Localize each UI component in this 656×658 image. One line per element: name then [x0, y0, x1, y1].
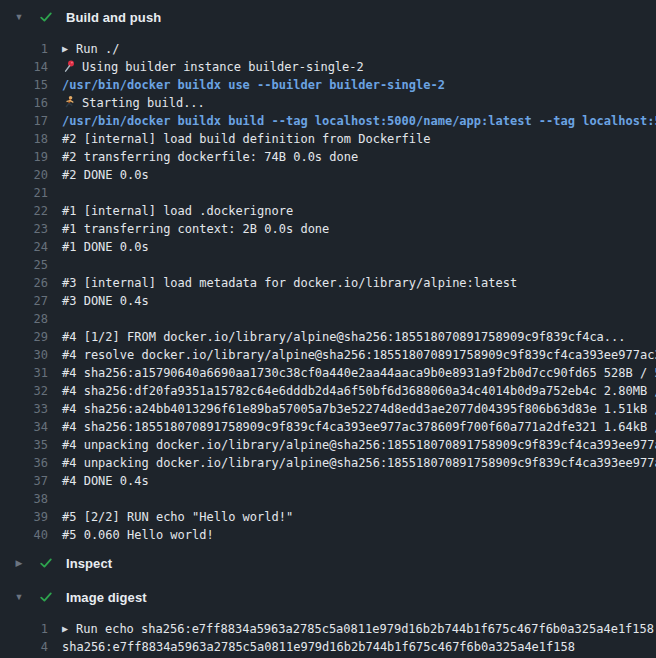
- line-number[interactable]: 15: [0, 76, 48, 94]
- line-text-content: #4 sha256:185518070891758909c9f839cf4ca3…: [62, 420, 656, 434]
- line-text: Starting build...: [62, 94, 205, 112]
- line-text: ▶Run echo sha256:e7ff8834a5963a2785c5a08…: [62, 620, 654, 638]
- line-text: #1 DONE 0.0s: [62, 238, 149, 256]
- line-text: #1 transferring context: 2B 0.0s done: [62, 220, 329, 238]
- line-number[interactable]: 1: [0, 620, 48, 638]
- line-text: #4 sha256:a24bb4013296f61e89ba57005a7b3e…: [62, 400, 656, 418]
- log-line: 15 /usr/bin/docker buildx use --builder …: [0, 76, 656, 94]
- run-chevron-icon[interactable]: ▶: [62, 40, 68, 58]
- expand-toggle-icon[interactable]: ▶: [12, 558, 26, 568]
- log-line: 25: [0, 256, 656, 274]
- line-number[interactable]: 16: [0, 94, 48, 112]
- line-number[interactable]: 27: [0, 292, 48, 310]
- line-number[interactable]: 35: [0, 436, 48, 454]
- log-line: 21: [0, 184, 656, 202]
- line-number[interactable]: 26: [0, 274, 48, 292]
- log-line: 31 #4 sha256:a15790640a6690aa1730c38cf0a…: [0, 364, 656, 382]
- line-text-content: #4 unpacking docker.io/library/alpine@sh…: [62, 438, 656, 452]
- line-number[interactable]: 36: [0, 454, 48, 472]
- log-line: 14 Using builder instance builder-single…: [0, 58, 656, 76]
- line-number[interactable]: 21: [0, 184, 48, 202]
- line-text-content: #2 DONE 0.0s: [62, 168, 149, 182]
- line-number[interactable]: 37: [0, 472, 48, 490]
- line-number[interactable]: 1: [0, 40, 48, 58]
- log-line: 40 #5 0.060 Hello world!: [0, 526, 656, 544]
- line-number[interactable]: 19: [0, 148, 48, 166]
- section-inspect: ▶ Inspect: [0, 546, 656, 580]
- line-number[interactable]: 4: [0, 638, 48, 656]
- line-text: #4 DONE 0.4s: [62, 472, 149, 490]
- line-text: #4 unpacking docker.io/library/alpine@sh…: [62, 454, 656, 472]
- line-text-content: #4 sha256:a15790640a6690aa1730c38cf0a440…: [62, 366, 656, 380]
- line-number[interactable]: 32: [0, 382, 48, 400]
- runner-icon: [62, 94, 76, 112]
- success-check-icon: [38, 589, 54, 605]
- line-text: sha256:e7ff8834a5963a2785c5a0811e979d16b…: [62, 638, 575, 656]
- expand-toggle-icon[interactable]: ▼: [12, 12, 26, 22]
- section-header-build-and-push[interactable]: ▼ Build and push: [0, 0, 656, 34]
- log-line: 32 #4 sha256:df20fa9351a15782c64e6dddb2d…: [0, 382, 656, 400]
- line-number[interactable]: 24: [0, 238, 48, 256]
- run-chevron-icon[interactable]: ▶: [62, 620, 68, 638]
- line-text: #2 [internal] load build definition from…: [62, 130, 430, 148]
- line-text: ▶Run ./: [62, 40, 119, 58]
- workflow-log: ▼ Build and push 1 ▶Run ./ 14 Using buil…: [0, 0, 656, 658]
- line-number[interactable]: 33: [0, 400, 48, 418]
- line-number[interactable]: 28: [0, 310, 48, 328]
- line-text-content: Run echo sha256:e7ff8834a5963a2785c5a081…: [76, 622, 654, 636]
- log-line: 23 #1 transferring context: 2B 0.0s done: [0, 220, 656, 238]
- log-line: 1 ▶Run echo sha256:e7ff8834a5963a2785c5a…: [0, 620, 656, 638]
- log-line: 22 #1 [internal] load .dockerignore: [0, 202, 656, 220]
- line-text: #3 [internal] load metadata for docker.i…: [62, 274, 517, 292]
- log-line: 4 sha256:e7ff8834a5963a2785c5a0811e979d1…: [0, 638, 656, 656]
- line-text-content: #4 unpacking docker.io/library/alpine@sh…: [62, 456, 656, 470]
- log-line: 24 #1 DONE 0.0s: [0, 238, 656, 256]
- log-line: 16 Starting build...: [0, 94, 656, 112]
- section-log-lines: 1 ▶Run ./ 14 Using builder instance buil…: [0, 34, 656, 546]
- line-text-content: Using builder instance builder-single-2: [82, 60, 364, 74]
- line-number[interactable]: 25: [0, 256, 48, 274]
- section-header-inspect[interactable]: ▶ Inspect: [0, 546, 656, 580]
- line-number[interactable]: 29: [0, 328, 48, 346]
- line-text-content: #2 [internal] load build definition from…: [62, 132, 430, 146]
- line-text-content: Run ./: [76, 42, 119, 56]
- line-number[interactable]: 38: [0, 490, 48, 508]
- line-number[interactable]: 20: [0, 166, 48, 184]
- line-number[interactable]: 18: [0, 130, 48, 148]
- line-text: #5 [2/2] RUN echo "Hello world!": [62, 508, 293, 526]
- line-number[interactable]: 17: [0, 112, 48, 130]
- line-text: #4 sha256:df20fa9351a15782c64e6dddb2d4a6…: [62, 382, 656, 400]
- line-text: #4 sha256:185518070891758909c9f839cf4ca3…: [62, 418, 656, 436]
- line-number[interactable]: 14: [0, 58, 48, 76]
- log-line: 1 ▶Run ./: [0, 40, 656, 58]
- line-text: #2 transferring dockerfile: 74B 0.0s don…: [62, 148, 358, 166]
- log-line: 35 #4 unpacking docker.io/library/alpine…: [0, 436, 656, 454]
- line-number[interactable]: 34: [0, 418, 48, 436]
- section-header-image-digest[interactable]: ▼ Image digest: [0, 580, 656, 614]
- log-line: 29 #4 [1/2] FROM docker.io/library/alpin…: [0, 328, 656, 346]
- line-text-content: /usr/bin/docker buildx build --tag local…: [62, 114, 656, 128]
- line-text-content: #4 resolve docker.io/library/alpine@sha2…: [62, 348, 656, 362]
- log-line: 26 #3 [internal] load metadata for docke…: [0, 274, 656, 292]
- line-text-content: #1 transferring context: 2B 0.0s done: [62, 222, 329, 236]
- log-line: 20 #2 DONE 0.0s: [0, 166, 656, 184]
- line-text-content: #1 DONE 0.0s: [62, 240, 149, 254]
- log-line: 27 #3 DONE 0.4s: [0, 292, 656, 310]
- log-line: 17 /usr/bin/docker buildx build --tag lo…: [0, 112, 656, 130]
- line-number[interactable]: 23: [0, 220, 48, 238]
- pushpin-icon: [62, 58, 76, 76]
- line-text-content: #4 sha256:df20fa9351a15782c64e6dddb2d4a6…: [62, 384, 656, 398]
- log-line: 37 #4 DONE 0.4s: [0, 472, 656, 490]
- line-number[interactable]: 30: [0, 346, 48, 364]
- line-text: #2 DONE 0.0s: [62, 166, 149, 184]
- line-text: Using builder instance builder-single-2: [62, 58, 364, 76]
- line-number[interactable]: 39: [0, 508, 48, 526]
- line-number[interactable]: 40: [0, 526, 48, 544]
- section-title: Inspect: [66, 556, 112, 571]
- line-number[interactable]: 22: [0, 202, 48, 220]
- line-text-content: #4 DONE 0.4s: [62, 474, 149, 488]
- section-title: Build and push: [66, 10, 161, 25]
- expand-toggle-icon[interactable]: ▼: [12, 592, 26, 602]
- line-number[interactable]: 31: [0, 364, 48, 382]
- line-text-content: /usr/bin/docker buildx use --builder bui…: [62, 78, 445, 92]
